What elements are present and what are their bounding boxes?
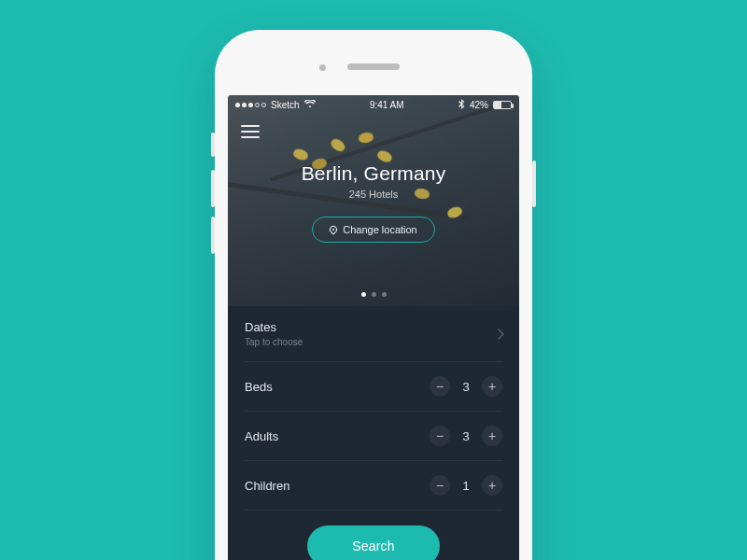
beds-row: Beds − 3 + (245, 362, 502, 412)
adults-row: Adults − 3 + (245, 412, 502, 461)
adults-value: 3 (459, 429, 472, 443)
pin-icon (329, 224, 339, 234)
adults-increment-button[interactable]: + (482, 426, 502, 446)
page-dot[interactable] (361, 292, 366, 297)
phone-side-button (211, 170, 215, 207)
adults-stepper: − 3 + (430, 426, 502, 446)
app-screen: Sketch 9:41 AM 42% (228, 95, 519, 560)
page-indicator[interactable] (228, 292, 519, 297)
status-right: 42% (458, 99, 512, 111)
page-dot[interactable] (372, 292, 376, 297)
wifi-icon (304, 100, 316, 110)
chevron-right-icon (493, 329, 503, 339)
dates-label: Dates (245, 320, 303, 334)
phone-side-button (211, 217, 215, 254)
search-button[interactable]: Search (307, 525, 440, 560)
phone-frame: Sketch 9:41 AM 42% (215, 30, 532, 560)
children-increment-button[interactable]: + (482, 475, 502, 496)
status-left: Sketch (235, 100, 316, 110)
bluetooth-icon (458, 99, 465, 111)
adults-decrement-button[interactable]: − (430, 426, 450, 446)
status-bar: Sketch 9:41 AM 42% (228, 95, 519, 114)
beds-decrement-button[interactable]: − (430, 376, 450, 397)
battery-icon (493, 101, 512, 109)
dates-text: Dates Tap to choose (245, 320, 303, 347)
location-title: Berlin, Germany (228, 162, 519, 185)
dates-hint: Tap to choose (245, 337, 303, 347)
phone-speaker (347, 63, 400, 70)
page-dot[interactable] (382, 292, 387, 297)
phone-side-button (532, 161, 536, 207)
battery-pct: 42% (470, 100, 488, 110)
adults-label: Adults (245, 429, 278, 443)
change-location-label: Change location (343, 224, 417, 235)
hero: Berlin, Germany 245 Hotels Change locati… (228, 95, 519, 306)
children-label: Children (245, 479, 289, 493)
beds-label: Beds (245, 380, 273, 394)
beds-value: 3 (459, 380, 472, 394)
change-location-button[interactable]: Change location (312, 217, 435, 243)
phone-side-button (211, 133, 215, 157)
menu-button[interactable] (241, 125, 260, 138)
carrier-label: Sketch (271, 100, 300, 110)
search-panel: Dates Tap to choose Beds − 3 + Adults − … (228, 306, 519, 560)
children-stepper: − 1 + (430, 475, 502, 496)
beds-stepper: − 3 + (430, 376, 502, 397)
phone-camera (319, 64, 326, 71)
children-value: 1 (459, 479, 472, 493)
hero-content: Berlin, Germany 245 Hotels Change locati… (228, 114, 519, 243)
search-wrap: Search (245, 511, 502, 560)
beds-increment-button[interactable]: + (482, 376, 502, 397)
children-row: Children − 1 + (245, 461, 502, 511)
children-decrement-button[interactable]: − (430, 475, 450, 496)
location-subtitle: 245 Hotels (228, 189, 519, 200)
signal-dots-icon (235, 103, 266, 107)
clock: 9:41 AM (370, 100, 404, 110)
dates-row[interactable]: Dates Tap to choose (245, 306, 502, 362)
